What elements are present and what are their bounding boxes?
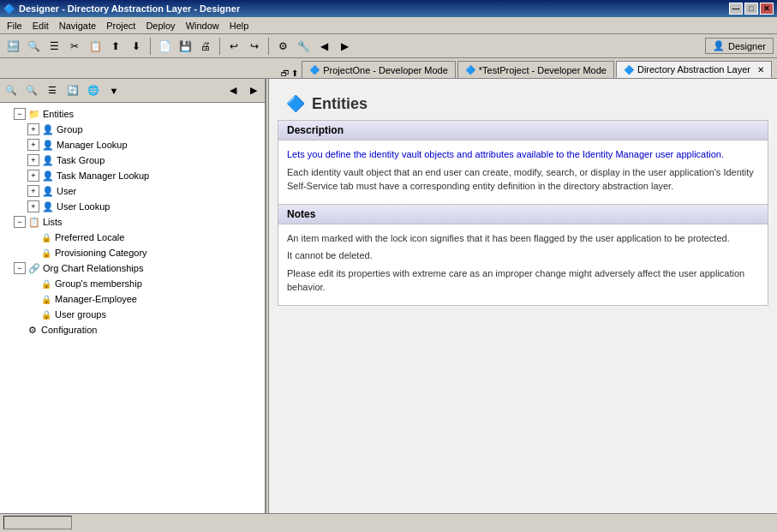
mgr-lookup-icon: 👤: [41, 138, 55, 152]
mgr-employee-icon: 🔒: [39, 292, 53, 306]
group-toggle[interactable]: +: [27, 123, 39, 135]
user-toggle[interactable]: +: [27, 185, 39, 197]
notes-header: Notes: [278, 205, 768, 224]
toolbar-btn-6[interactable]: ⬇: [127, 37, 146, 56]
notes-line-2: It cannot be deleted.: [287, 248, 759, 263]
user-lookup-icon: 👤: [41, 200, 55, 213]
close-button[interactable]: ✕: [760, 3, 774, 15]
tree-provisioning-category[interactable]: 🔒 Provisioning Category: [0, 245, 265, 260]
maximize-button[interactable]: □: [744, 3, 758, 15]
toolbar-btn-5[interactable]: ⬆: [106, 37, 125, 56]
toolbar-btn-3[interactable]: ✂: [65, 37, 84, 56]
toolbar-btn-9[interactable]: 🖨: [196, 37, 215, 56]
tree-org-chart[interactable]: − 🔗 Org Chart Relationships: [0, 260, 265, 276]
description-body: Lets you define the identity vault objec…: [278, 140, 768, 204]
status-bar: [0, 513, 777, 530]
tab-3-close[interactable]: ✕: [757, 65, 764, 75]
main-content: 🔍 🔍 ☰ 🔄 🌐 ▼ ◀ ▶ − 📁 Entities +: [0, 79, 777, 513]
toolbar-undo[interactable]: ↩: [224, 37, 243, 56]
left-toolbar: 🔍 🔍 ☰ 🔄 🌐 ▼ ◀ ▶: [0, 79, 265, 103]
description-text-2: Each identity vault object that an end u…: [287, 167, 754, 192]
entities-toggle[interactable]: −: [14, 108, 26, 120]
toolbar-tools[interactable]: 🔧: [294, 37, 313, 56]
lists-label: Lists: [43, 217, 63, 227]
menu-file[interactable]: File: [2, 19, 27, 33]
tab-1-icon: 🔷: [309, 65, 320, 75]
left-tb-list[interactable]: ☰: [43, 81, 62, 100]
tree-entities[interactable]: − 📁 Entities: [0, 106, 265, 122]
toolbar-btn-1[interactable]: 🔍: [24, 37, 43, 56]
user-groups-icon: 🔒: [39, 308, 53, 321]
tree-configuration[interactable]: ⚙ Configuration: [0, 322, 265, 338]
page-title-area: 🔷 Entities: [278, 87, 768, 120]
description-text-1: Lets you define the identity vault objec…: [287, 149, 724, 159]
menu-project[interactable]: Project: [101, 19, 140, 33]
tree-group[interactable]: + 👤 Group: [0, 122, 265, 137]
left-tb-search1[interactable]: 🔍: [2, 81, 21, 100]
org-toggle[interactable]: −: [14, 262, 26, 274]
mgr-lookup-toggle[interactable]: +: [27, 139, 39, 151]
menu-help[interactable]: Help: [224, 19, 254, 33]
toolbar-btn-2[interactable]: ☰: [45, 37, 63, 56]
page-title-icon: 🔷: [286, 94, 305, 113]
title-bar-controls: — □ ✕: [729, 3, 774, 15]
left-tb-dropdown[interactable]: ▼: [105, 81, 123, 100]
config-label: Configuration: [41, 325, 97, 335]
toolbar-btn-8[interactable]: 💾: [176, 37, 194, 56]
tree-manager-lookup[interactable]: + 👤 Manager Lookup: [0, 137, 265, 152]
tree-manager-employee[interactable]: 🔒 Manager-Employee: [0, 291, 265, 307]
config-icon: ⚙: [26, 323, 39, 337]
toolbar-settings[interactable]: ⚙: [273, 37, 292, 56]
provisioning-cat-icon: 🔒: [39, 246, 53, 260]
designer-icon: 👤: [713, 40, 725, 51]
entities-icon: 📁: [27, 107, 41, 121]
window-title: Designer - Directory Abstraction Layer -…: [19, 3, 240, 14]
tree-task-mgr-lookup[interactable]: + 👤 Task Manager Lookup: [0, 168, 265, 183]
entities-label: Entities: [43, 109, 74, 119]
toolbar-back[interactable]: 🔙: [3, 37, 22, 56]
tab-2-label: *TestProject - Developer Mode: [479, 65, 607, 75]
tree-user-groups[interactable]: 🔒 User groups: [0, 307, 265, 322]
toolbar-nav-prev[interactable]: ◀: [314, 37, 333, 56]
menu-window[interactable]: Window: [181, 19, 224, 33]
left-tb-nav-prev[interactable]: ◀: [224, 81, 242, 100]
lists-toggle[interactable]: −: [14, 216, 26, 228]
tree-area[interactable]: − 📁 Entities + 👤 Group + 👤 Manager Looku…: [0, 103, 265, 513]
task-group-toggle[interactable]: +: [27, 154, 39, 166]
left-tb-nav-next[interactable]: ▶: [244, 81, 263, 100]
task-mgr-toggle[interactable]: +: [27, 170, 39, 182]
toolbar-btn-4[interactable]: 📋: [86, 37, 105, 56]
toolbar-btn-7[interactable]: 📄: [155, 37, 174, 56]
task-mgr-icon: 👤: [41, 169, 55, 182]
tab-test-project[interactable]: 🔷 *TestProject - Developer Mode: [457, 61, 614, 78]
page-title: Entities: [312, 95, 368, 113]
user-lookup-toggle[interactable]: +: [27, 200, 39, 212]
tree-user-lookup[interactable]: + 👤 User Lookup: [0, 199, 265, 214]
menu-navigate[interactable]: Navigate: [54, 19, 101, 33]
user-groups-label: User groups: [55, 309, 106, 320]
mgr-lookup-label: Manager Lookup: [57, 140, 128, 150]
notes-text-1: An item marked with the lock icon signif…: [287, 233, 730, 243]
menu-edit[interactable]: Edit: [27, 19, 54, 33]
menu-deploy[interactable]: Deploy: [140, 19, 180, 33]
minimize-button[interactable]: —: [729, 3, 743, 15]
toolbar-redo[interactable]: ↪: [245, 37, 264, 56]
tree-groups-membership[interactable]: 🔒 Group's membership: [0, 276, 265, 291]
group-icon: 👤: [41, 123, 55, 136]
tree-lists[interactable]: − 📋 Lists: [0, 214, 265, 230]
main-toolbar: 🔙 🔍 ☰ ✂ 📋 ⬆ ⬇ 📄 💾 🖨 ↩ ↪ ⚙ 🔧 ◀ ▶ 👤 Design…: [0, 34, 777, 58]
left-tb-search2[interactable]: 🔍: [22, 81, 41, 100]
tab-dal[interactable]: 🔷 Directory Abstraction Layer ✕: [616, 61, 772, 78]
tab-project-one[interactable]: 🔷 ProjectOne - Developer Mode: [302, 61, 456, 78]
app-icon: 🔷: [3, 3, 15, 15]
right-panel: 🔷 Entities Description Lets you define t…: [269, 79, 777, 513]
tree-user[interactable]: + 👤 User: [0, 183, 265, 199]
left-tb-globe[interactable]: 🌐: [84, 81, 103, 100]
tree-preferred-locale[interactable]: 🔒 Preferred Locale: [0, 230, 265, 245]
restore-icon[interactable]: 🗗: [281, 69, 290, 78]
tree-task-group[interactable]: + 👤 Task Group: [0, 152, 265, 168]
toolbar-nav-next[interactable]: ▶: [335, 37, 354, 56]
toolbar-right: 👤 Designer: [705, 38, 774, 54]
maximize-icon[interactable]: ⬆: [291, 69, 298, 78]
left-tb-refresh[interactable]: 🔄: [63, 81, 82, 100]
